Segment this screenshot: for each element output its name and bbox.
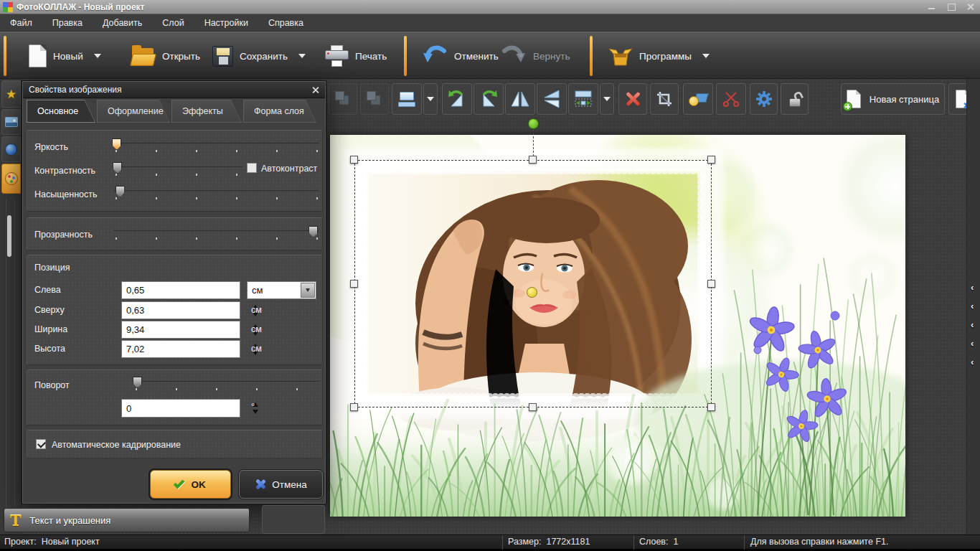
programs-button[interactable]: Программы xyxy=(608,38,710,74)
cancel-button[interactable]: Отмена xyxy=(239,470,323,499)
chevron-down-icon xyxy=(306,288,310,292)
crop-icon xyxy=(656,90,673,108)
rotation-input[interactable] xyxy=(121,399,240,418)
open-button[interactable]: Открыть xyxy=(131,38,200,74)
dialog-close-icon[interactable] xyxy=(311,86,319,94)
preview-button[interactable] xyxy=(392,83,422,115)
text-decorations-bar[interactable]: T Текст и украшения xyxy=(4,508,250,532)
opacity-slider[interactable] xyxy=(113,227,319,242)
new-button[interactable]: Новый xyxy=(29,38,101,74)
chevron-left-icon[interactable]: ‹ xyxy=(971,282,974,293)
saturation-thumb[interactable] xyxy=(116,186,125,197)
tab-layer-shape[interactable]: Форма слоя xyxy=(243,100,316,123)
opacity-label: Прозрачность xyxy=(34,230,93,240)
brightness-thumb[interactable] xyxy=(112,138,121,150)
height-input[interactable] xyxy=(121,340,240,358)
autocrop-checkbox[interactable] xyxy=(36,439,46,449)
sidebar-tab-favorites[interactable]: ★ xyxy=(1,80,21,108)
chevron-left-icon[interactable]: ‹ xyxy=(971,301,974,311)
rotation-thumb[interactable] xyxy=(133,377,142,388)
sidebar-tab-photos[interactable] xyxy=(1,109,21,135)
send-backward-button[interactable] xyxy=(360,83,389,115)
menu-edit[interactable]: Правка xyxy=(42,15,93,32)
handle-bottom-right[interactable] xyxy=(707,403,715,411)
menu-settings[interactable]: Настройки xyxy=(194,15,258,32)
opacity-thumb[interactable] xyxy=(308,226,318,237)
preview-dropdown-button[interactable] xyxy=(423,83,438,115)
mask-button[interactable] xyxy=(683,83,713,115)
rotation-handle[interactable] xyxy=(528,118,539,129)
chevron-left-icon[interactable]: ‹ xyxy=(971,319,974,330)
new-page-icon xyxy=(847,90,861,108)
handle-mid-left[interactable] xyxy=(350,280,358,288)
tab-main[interactable]: Основное xyxy=(27,100,95,123)
sidebar-scroll-thumb[interactable] xyxy=(7,215,11,257)
delete-layer-button[interactable] xyxy=(618,83,647,115)
menu-file[interactable]: Файл xyxy=(0,15,42,32)
rotate-right-icon xyxy=(479,90,498,108)
chevron-left-icon[interactable]: ‹ xyxy=(971,357,974,367)
chevron-left-icon[interactable]: ‹ xyxy=(971,338,974,349)
rotate-left-button[interactable] xyxy=(442,83,472,115)
brightness-slider[interactable] xyxy=(113,139,319,155)
star-icon: ★ xyxy=(6,87,17,102)
top-input[interactable] xyxy=(121,301,240,319)
help-hint: Для вызова справки нажмите F1. xyxy=(750,537,888,547)
width-unit: см xyxy=(251,324,262,334)
fit-size-button[interactable] xyxy=(568,83,598,115)
saturation-slider[interactable] xyxy=(113,187,319,202)
cut-button[interactable] xyxy=(716,83,746,115)
maximize-button[interactable] xyxy=(947,3,955,11)
menu-help[interactable]: Справка xyxy=(258,15,314,32)
contrast-thumb[interactable] xyxy=(113,162,122,174)
dialog-titlebar[interactable]: Свойства изображения xyxy=(23,82,325,98)
close-button[interactable] xyxy=(966,3,974,11)
rotate-right-button[interactable] xyxy=(473,83,504,115)
tab-decoration[interactable]: Оформление xyxy=(97,100,170,123)
save-floppy-icon xyxy=(212,46,233,67)
dropdown-button[interactable] xyxy=(301,283,315,298)
handle-mid-right[interactable] xyxy=(707,280,715,288)
new-dropdown-arrow-icon[interactable] xyxy=(94,54,101,58)
sidebar-groove xyxy=(6,199,6,514)
selection-rectangle[interactable] xyxy=(354,160,712,408)
layers-value: 1 xyxy=(673,537,678,547)
width-input[interactable] xyxy=(121,321,240,339)
ok-button[interactable]: OK xyxy=(149,468,232,500)
handle-top-right[interactable] xyxy=(707,156,715,164)
contrast-slider[interactable] xyxy=(113,163,242,179)
flip-vertical-button[interactable] xyxy=(537,83,567,115)
handle-top-center[interactable] xyxy=(529,156,537,164)
save-dropdown-arrow-icon[interactable] xyxy=(298,54,306,58)
redo-button[interactable]: Вернуть xyxy=(501,38,570,74)
autocontrast-checkbox[interactable] xyxy=(247,163,257,173)
rotation-label: Поворот xyxy=(34,380,70,390)
left-label: Слева xyxy=(34,285,61,295)
sidebar-tab-decor[interactable] xyxy=(1,164,21,194)
rotation-slider[interactable] xyxy=(133,377,319,393)
lock-button[interactable] xyxy=(781,83,809,115)
handle-bottom-center[interactable] xyxy=(529,403,537,411)
print-button[interactable]: Печать xyxy=(325,38,387,74)
autocrop-group: Автоматическое кадрирование xyxy=(27,430,323,458)
tab-effects[interactable]: Эффекты xyxy=(171,100,242,123)
handle-bottom-left[interactable] xyxy=(350,403,358,411)
crop-button[interactable] xyxy=(650,83,679,115)
left-input[interactable] xyxy=(121,281,240,299)
fit-size-dropdown-button[interactable] xyxy=(600,83,614,115)
new-page-button[interactable]: Новая страница xyxy=(841,83,945,115)
dialog-title: Свойства изображения xyxy=(29,85,122,95)
settings-button[interactable] xyxy=(750,83,778,115)
save-button[interactable]: Сохранить xyxy=(212,38,306,74)
center-handle[interactable] xyxy=(527,287,537,298)
bring-forward-button[interactable] xyxy=(329,83,357,115)
undo-button[interactable]: Отменить xyxy=(422,38,499,74)
flip-horizontal-button[interactable] xyxy=(505,83,535,115)
menu-add[interactable]: Добавить xyxy=(93,15,152,32)
sidebar-tab-web[interactable] xyxy=(1,136,21,162)
programs-dropdown-arrow-icon[interactable] xyxy=(702,54,710,58)
minimize-button[interactable] xyxy=(928,3,936,11)
handle-top-left[interactable] xyxy=(350,156,358,164)
unit-dropdown[interactable]: см xyxy=(247,281,316,299)
menu-layer[interactable]: Слой xyxy=(152,15,194,32)
